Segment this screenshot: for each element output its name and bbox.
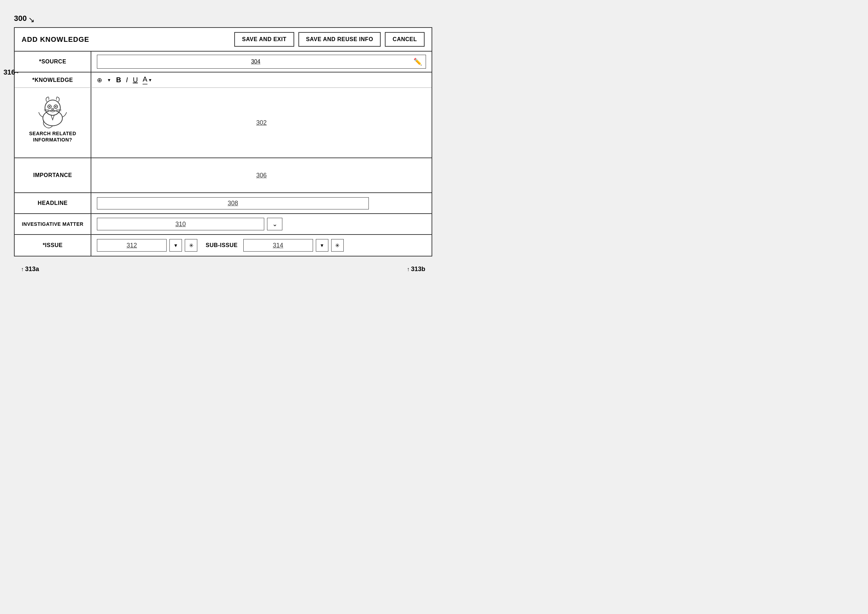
knowledge-row: *KNOWLEDGE ⊕ ▼ B I U A ▼ — [15, 73, 432, 158]
inv-matter-label: INVESTIGATIVE MATTER — [15, 214, 91, 234]
main-form-container: ADD KNOWLEDGE SAVE AND EXIT SAVE AND REU… — [14, 27, 432, 256]
issue-input[interactable]: 312 — [97, 239, 167, 251]
inv-matter-chevron-icon: ⌄ — [272, 220, 278, 228]
knowledge-top-bar: *KNOWLEDGE ⊕ ▼ B I U A ▼ — [15, 73, 432, 88]
underline-button[interactable]: U — [133, 76, 138, 84]
inv-matter-dropdown-btn[interactable]: ⌄ — [267, 218, 283, 230]
diagram-label-313b: 313b — [411, 265, 425, 273]
diagram-label-313a: 313a — [25, 265, 39, 273]
importance-content[interactable]: 306 — [91, 158, 432, 192]
inv-matter-row: INVESTIGATIVE MATTER 310 ⌄ — [15, 214, 432, 235]
source-input-area[interactable]: 304 ✏️ — [97, 55, 426, 69]
sub-issue-burst-icon: ✳ — [335, 242, 340, 249]
issue-row: *ISSUE 312 ▼ ✳ SUB-ISSUE 314 ▼ ✳ — [15, 235, 432, 256]
svg-line-10 — [56, 110, 61, 111]
issue-content: 312 ▼ ✳ SUB-ISSUE 314 ▼ ✳ — [91, 235, 432, 256]
headline-row: HEADLINE 308 — [15, 193, 432, 214]
mascot-image — [33, 92, 72, 130]
sub-issue-input[interactable]: 314 — [243, 239, 313, 251]
issue-label: *ISSUE — [15, 235, 91, 256]
diagram-label-300: 300 — [14, 14, 27, 23]
knowledge-toolbar: ⊕ ▼ B I U A ▼ — [91, 73, 432, 87]
importance-row: IMPORTANCE 306 — [15, 158, 432, 193]
knowledge-text-area[interactable]: 302 — [91, 88, 432, 158]
header-buttons: SAVE AND EXIT SAVE AND REUSE INFO CANCEL — [234, 32, 425, 47]
headline-ref: 308 — [228, 200, 238, 207]
diagram-label-316: 316 — [3, 68, 15, 76]
bold-button[interactable]: B — [116, 76, 121, 84]
color-dropdown-arrow[interactable]: ▼ — [148, 78, 152, 82]
color-a-button[interactable]: A — [143, 75, 147, 85]
page-title: ADD KNOWLEDGE — [22, 36, 229, 43]
headline-content: 308 — [91, 193, 432, 213]
knowledge-label: *KNOWLEDGE — [15, 73, 91, 87]
svg-line-8 — [44, 110, 49, 111]
headline-input[interactable]: 308 — [97, 197, 369, 209]
source-label: *SOURCE — [15, 51, 91, 72]
importance-label: IMPORTANCE — [15, 158, 91, 192]
source-ref: 304 — [101, 59, 411, 65]
svg-line-7 — [44, 109, 49, 110]
importance-ref: 306 — [256, 172, 267, 179]
sub-issue-label: SUB-ISSUE — [206, 242, 238, 248]
link-dropdown-arrow[interactable]: ▼ — [107, 78, 111, 82]
mascot-col: SEARCH RELATED INFORMATION? — [15, 88, 91, 158]
arrow-300: ↘ — [28, 16, 34, 25]
label-313a-group: ↑ 313a — [21, 265, 39, 273]
svg-point-6 — [51, 109, 54, 110]
sub-issue-dropdown-icon: ▼ — [320, 243, 324, 248]
svg-point-5 — [55, 106, 56, 107]
knowledge-body: SEARCH RELATED INFORMATION? 302 — [15, 88, 432, 158]
inv-matter-ref: 310 — [175, 220, 186, 228]
link-icon[interactable]: ⊕ — [97, 76, 102, 84]
issue-dropdown-btn[interactable]: ▼ — [169, 239, 182, 251]
issue-ref: 312 — [127, 242, 137, 249]
inv-matter-input[interactable]: 310 — [97, 218, 264, 230]
save-exit-button[interactable]: SAVE AND EXIT — [234, 32, 294, 47]
source-row: *SOURCE 304 ✏️ — [15, 51, 432, 73]
issue-burst-icon: ✳ — [189, 242, 194, 249]
save-reuse-button[interactable]: SAVE AND REUSE INFO — [298, 32, 381, 47]
svg-line-9 — [56, 109, 61, 110]
paperclip-icon[interactable]: ✏️ — [413, 57, 422, 66]
color-a-group: A ▼ — [143, 75, 152, 85]
cancel-button[interactable]: CANCEL — [385, 32, 425, 47]
bottom-labels: ↑ 313a ↑ 313b — [14, 264, 432, 273]
sub-issue-ref: 314 — [273, 242, 283, 249]
knowledge-ref: 302 — [256, 119, 267, 127]
svg-point-0 — [43, 110, 62, 126]
headline-label: HEADLINE — [15, 193, 91, 213]
issue-dropdown-icon: ▼ — [173, 243, 178, 248]
sub-issue-dropdown-btn[interactable]: ▼ — [316, 239, 328, 251]
sub-issue-burst-btn[interactable]: ✳ — [331, 239, 344, 251]
label-313b-group: ↑ 313b — [407, 265, 425, 273]
svg-point-1 — [45, 100, 60, 115]
issue-burst-btn[interactable]: ✳ — [185, 239, 197, 251]
inv-matter-content: 310 ⌄ — [91, 214, 432, 234]
source-content: 304 ✏️ — [91, 51, 432, 72]
svg-point-4 — [49, 106, 50, 107]
mascot-label: SEARCH RELATED INFORMATION? — [29, 130, 76, 143]
header-row: ADD KNOWLEDGE SAVE AND EXIT SAVE AND REU… — [15, 28, 432, 51]
italic-button[interactable]: I — [126, 76, 128, 84]
